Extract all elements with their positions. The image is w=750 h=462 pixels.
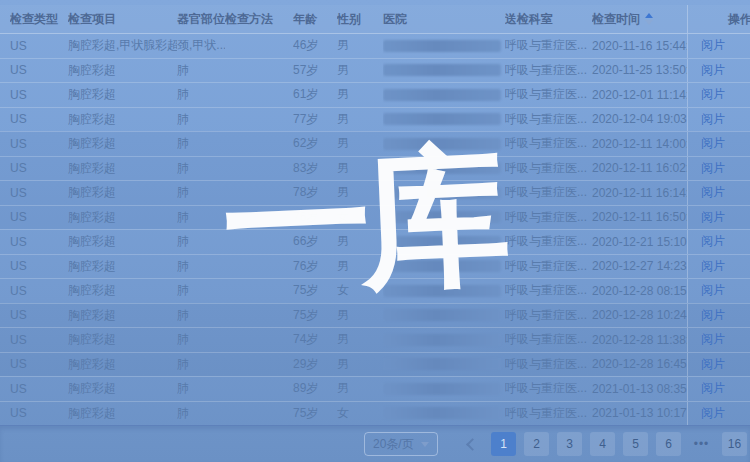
cell-gender: 男 — [337, 181, 383, 205]
cell-hospital — [383, 132, 505, 156]
cell-hospital — [383, 279, 505, 303]
cell-gender: 男 — [337, 34, 383, 58]
page-number-list: 123456•••16 — [491, 432, 747, 456]
page-button-1[interactable]: 1 — [491, 432, 516, 456]
cell-organ: 肺 — [177, 255, 225, 279]
cell-exam-type: US — [10, 83, 68, 107]
cell-age: 46岁 — [293, 34, 337, 58]
view-images-link[interactable]: 阅片 — [701, 37, 725, 54]
cell-action: 阅片 — [687, 353, 750, 377]
cell-exam-item: 胸腔彩超 — [68, 279, 177, 303]
view-images-link[interactable]: 阅片 — [701, 258, 725, 275]
table-row: US胸腔彩超肺62岁男呼吸与重症医...2020-12-11 14:00:14阅… — [0, 131, 750, 156]
cell-method — [225, 328, 293, 352]
view-images-link[interactable]: 阅片 — [701, 331, 725, 348]
cell-method — [225, 377, 293, 401]
cell-action: 阅片 — [687, 402, 750, 426]
view-images-link[interactable]: 阅片 — [701, 380, 725, 397]
cell-department: 呼吸与重症医... — [505, 83, 592, 107]
cell-exam-item: 胸腔彩超 — [68, 83, 177, 107]
page-button-16[interactable]: 16 — [722, 432, 747, 456]
cell-gender: 女 — [337, 279, 383, 303]
cell-department: 呼吸与重症医... — [505, 181, 592, 205]
cell-organ: 肺 — [177, 59, 225, 83]
cell-age: 78岁 — [293, 181, 337, 205]
redacted-hospital-blur — [383, 211, 501, 223]
col-header-organ: 器官部位 — [177, 11, 225, 28]
table-row: US胸腔彩超肺78岁男呼吸与重症医...2020-12-11 16:14:49阅… — [0, 180, 750, 205]
cell-hospital — [383, 181, 505, 205]
cell-exam-time: 2020-12-11 16:50:25 — [592, 206, 687, 230]
cell-department: 呼吸与重症医... — [505, 279, 592, 303]
exam-time-label: 检查时间 — [592, 12, 640, 26]
cell-age: 75岁 — [293, 279, 337, 303]
cell-organ: 肺 — [177, 353, 225, 377]
cell-exam-time: 2020-12-01 11:14:21 — [592, 83, 687, 107]
cell-age: 83岁 — [293, 157, 337, 181]
cell-gender: 男 — [337, 132, 383, 156]
cell-department: 呼吸与重症医... — [505, 132, 592, 156]
view-images-link[interactable]: 阅片 — [701, 356, 725, 373]
cell-exam-item: 胸腔彩超 — [68, 377, 177, 401]
cell-gender: 男 — [337, 255, 383, 279]
view-images-link[interactable]: 阅片 — [701, 135, 725, 152]
cell-age: 76岁 — [293, 255, 337, 279]
cell-organ: 肺 — [177, 304, 225, 328]
page-size-select[interactable]: 20条/页 — [364, 432, 438, 456]
cell-organ: 肺 — [177, 181, 225, 205]
cell-exam-time: 2020-12-21 15:10:33 — [592, 230, 687, 254]
view-images-link[interactable]: 阅片 — [701, 282, 725, 299]
cell-organ: 肺 — [177, 377, 225, 401]
cell-exam-type: US — [10, 206, 68, 230]
cell-action: 阅片 — [687, 83, 750, 107]
cell-method — [225, 59, 293, 83]
cell-exam-type: US — [10, 279, 68, 303]
col-header-age: 年龄 — [293, 11, 337, 28]
cell-age: 57岁 — [293, 59, 337, 83]
sort-desc-icon[interactable] — [645, 20, 653, 25]
table-row: US胸腔彩超肺57岁男呼吸与重症医...2020-11-25 13:50:01阅… — [0, 58, 750, 83]
cell-exam-time: 2021-01-13 10:17:16 — [592, 402, 687, 426]
view-images-link[interactable]: 阅片 — [701, 307, 725, 324]
page-button-4[interactable]: 4 — [590, 432, 615, 456]
sort-icon[interactable] — [645, 13, 653, 25]
cell-age: 66岁 — [293, 230, 337, 254]
cell-exam-item: 胸腔彩超 — [68, 157, 177, 181]
view-images-link[interactable]: 阅片 — [701, 209, 725, 226]
sort-asc-icon[interactable] — [645, 13, 653, 18]
cell-action: 阅片 — [687, 132, 750, 156]
view-images-link[interactable]: 阅片 — [701, 111, 725, 128]
cell-gender: 男 — [337, 377, 383, 401]
page-button-2[interactable]: 2 — [524, 432, 549, 456]
redacted-hospital-blur — [383, 334, 501, 346]
cell-hospital — [383, 34, 505, 58]
view-images-link[interactable]: 阅片 — [701, 62, 725, 79]
cell-hospital — [383, 377, 505, 401]
cell-action: 阅片 — [687, 59, 750, 83]
cell-department: 呼吸与重症医... — [505, 402, 592, 426]
cell-exam-type: US — [10, 304, 68, 328]
more-pages-button[interactable]: ••• — [689, 432, 714, 456]
table-row: US胸腔彩超肺61岁男呼吸与重症医...2020-12-01 11:14:21阅… — [0, 82, 750, 107]
cell-exam-type: US — [10, 34, 68, 58]
cell-exam-item: 胸腔彩超 — [68, 132, 177, 156]
page-button-6[interactable]: 6 — [656, 432, 681, 456]
view-images-link[interactable]: 阅片 — [701, 160, 725, 177]
view-images-link[interactable]: 阅片 — [701, 184, 725, 201]
cell-method — [225, 255, 293, 279]
col-header-gender: 性别 — [337, 11, 383, 28]
cell-exam-item: 胸腔彩超 — [68, 402, 177, 426]
redacted-hospital-blur — [383, 383, 501, 395]
cell-department: 呼吸与重症医... — [505, 206, 592, 230]
col-header-exam-time[interactable]: 检查时间 — [592, 11, 687, 28]
cell-exam-time: 2020-11-16 15:44:49 — [592, 34, 687, 58]
view-images-link[interactable]: 阅片 — [701, 86, 725, 103]
cell-exam-type: US — [10, 402, 68, 426]
page-button-3[interactable]: 3 — [557, 432, 582, 456]
view-images-link[interactable]: 阅片 — [701, 405, 725, 422]
view-images-link[interactable]: 阅片 — [701, 233, 725, 250]
table-row: US胸腔彩超肺77岁男呼吸与重症医...2020-12-04 19:03:24阅… — [0, 107, 750, 132]
prev-page-button[interactable] — [458, 432, 483, 456]
cell-exam-type: US — [10, 181, 68, 205]
page-button-5[interactable]: 5 — [623, 432, 648, 456]
